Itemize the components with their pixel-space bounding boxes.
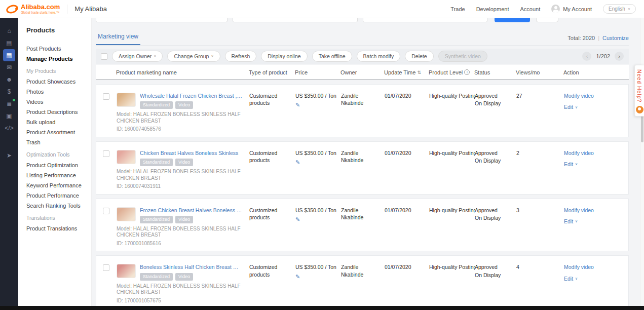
product-model: Model: HALAL FROZEN BONELESS SKINLESS HA… — [117, 283, 242, 296]
next-page-button[interactable]: › — [615, 52, 624, 61]
nav-trade[interactable]: Trade — [450, 6, 465, 12]
refresh-button[interactable]: Refresh — [225, 51, 257, 62]
status-line2: On Display — [475, 214, 512, 221]
customize-link[interactable]: Customize — [602, 35, 629, 41]
product-name-input[interactable] — [96, 18, 228, 22]
badge-video: Video — [175, 101, 193, 109]
modify-video-link[interactable]: Modify video — [564, 207, 624, 214]
apps-icon[interactable]: ▣ — [3, 110, 15, 122]
sidebar-item-listing-performance[interactable]: Listing Performance — [26, 173, 91, 178]
need-help-tab[interactable]: Need Help? — [634, 65, 644, 117]
sidebar-item-trash[interactable]: Trash — [26, 140, 91, 145]
my-account-menu[interactable]: My Account — [551, 5, 592, 13]
table-row: Wholesale Halal Frozen Chicken Breast , … — [96, 84, 629, 137]
sidebar-item-product-translations[interactable]: Product Translations — [26, 226, 91, 231]
action-cell: Modify video Edit∨ — [564, 149, 628, 168]
product-image[interactable] — [117, 264, 136, 278]
price-cell: US $350.00 / Ton ✎ — [295, 263, 341, 280]
sidebar-heading: Products — [26, 26, 91, 34]
product-level: High-quality Posting — [429, 207, 475, 214]
sidebar-item-product-performance[interactable]: Product Performance — [26, 193, 91, 199]
product-id: ID: 1600074058576 — [117, 126, 242, 133]
documents-icon[interactable]: ≣ — [3, 98, 15, 110]
row-checkbox[interactable] — [103, 150, 109, 157]
finance-icon[interactable]: $ — [3, 86, 15, 98]
owner: Zandile Nkabinde — [341, 263, 385, 278]
vertical-scrollbar[interactable] — [640, 18, 644, 306]
sidebar-item-manage-products[interactable]: Manage Products — [26, 56, 91, 62]
sidebar-item-photos[interactable]: Photos — [26, 89, 91, 95]
row-checkbox[interactable] — [103, 208, 109, 214]
edit-link[interactable]: Edit∨ — [564, 275, 624, 282]
change-group-button[interactable]: Change Group∨ — [167, 51, 220, 62]
product-model-input[interactable] — [233, 18, 358, 22]
take-offline-button[interactable]: Take offline — [312, 51, 352, 62]
product-name-link[interactable]: Boneless Skinless Half Chicken Breast Wi… — [140, 263, 242, 270]
product-name-link[interactable]: Frozen Chicken Breast Halves Boneless Sk… — [140, 207, 242, 214]
tab-marketing-view[interactable]: Marketing view — [96, 33, 140, 45]
select-all-checkbox[interactable] — [101, 53, 107, 60]
product-name-link[interactable]: Chicken Breast Halves Boneless Skinless — [140, 149, 242, 157]
display-online-button[interactable]: Display online — [261, 51, 307, 62]
edit-link[interactable]: Edit∨ — [564, 218, 624, 225]
table-body: Wholesale Halal Frozen Chicken Breast , … — [96, 84, 629, 306]
edit-link[interactable]: Edit∨ — [564, 161, 624, 168]
badge-standardized: Standardized — [140, 159, 173, 166]
prev-page-button[interactable]: ‹ — [582, 52, 591, 61]
contacts-icon[interactable]: ☻ — [3, 73, 15, 86]
update-time: 01/07/2020 — [385, 149, 429, 157]
col-update-time[interactable]: Update Time⇅ — [384, 69, 429, 75]
products-icon[interactable]: ▦ — [3, 49, 15, 61]
edit-price-icon[interactable]: ✎ — [295, 101, 300, 109]
status-line2: On Display — [475, 157, 512, 164]
group-select[interactable]: All Groups ∨ — [363, 18, 487, 22]
edit-price-icon[interactable]: ✎ — [295, 216, 300, 223]
info-icon[interactable]: i — [464, 69, 470, 75]
chevron-down-icon: ∨ — [575, 105, 578, 109]
view-tab-bar: Marketing view Total: 2020 Customize — [96, 30, 629, 46]
chevron-down-icon: ∨ — [154, 54, 156, 58]
language-selector[interactable]: English ∨ — [603, 4, 636, 14]
delete-button[interactable]: Delete — [405, 51, 433, 62]
col-owner: Owner — [340, 69, 384, 75]
sidebar-item-post-products[interactable]: Post Products — [26, 46, 91, 52]
modify-video-link[interactable]: Modify video — [564, 92, 624, 99]
home-icon[interactable]: ⌂ — [3, 25, 15, 37]
nav-account[interactable]: Account — [520, 6, 540, 12]
orders-icon[interactable]: ▤ — [3, 37, 15, 49]
batch-modify-button[interactable]: Batch modify — [357, 51, 401, 62]
edit-price-icon[interactable]: ✎ — [295, 159, 300, 166]
product-image[interactable] — [117, 150, 136, 164]
product-image[interactable] — [117, 207, 136, 221]
notification-dot — [13, 99, 15, 101]
modify-video-link[interactable]: Modify video — [564, 149, 624, 157]
sidebar-item-keyword-performance[interactable]: Keyword Performance — [26, 183, 91, 188]
send-icon[interactable]: ➤ — [3, 149, 15, 162]
sidebar-item-product-showcases[interactable]: Product Showcases — [26, 79, 91, 85]
alibaba-logo[interactable]: Alibaba.com Global trade starts here.™ — [0, 4, 60, 15]
product-model: Model: HALAL FROZEN BONELESS SKINLESS HA… — [117, 111, 242, 124]
product-name-link[interactable]: Wholesale Halal Frozen Chicken Breast , … — [140, 92, 242, 99]
sidebar-item-product-assortment[interactable]: Product Assortment — [26, 130, 91, 135]
action-cell: Modify video Edit∨ — [564, 207, 628, 225]
code-icon[interactable]: </> — [3, 122, 15, 134]
sidebar-item-search-ranking-tools[interactable]: Search Ranking Tools — [26, 203, 91, 209]
modify-video-link[interactable]: Modify video — [564, 263, 624, 270]
price-cell: US $350.00 / Ton ✎ — [295, 149, 341, 166]
row-checkbox[interactable] — [103, 264, 109, 271]
sidebar-item-product-descriptions[interactable]: Product Descriptions — [26, 109, 91, 115]
reset-button[interactable] — [536, 18, 558, 22]
search-button[interactable]: Search — [495, 18, 530, 22]
sidebar-item-videos[interactable]: Videos — [26, 99, 91, 105]
assign-owner-button[interactable]: Assign Owner∨ — [112, 51, 163, 62]
edit-link[interactable]: Edit∨ — [564, 103, 624, 110]
sidebar-item-product-optimization[interactable]: Product Optimization — [26, 163, 91, 168]
col-status: Status — [474, 69, 516, 75]
row-checkbox[interactable] — [103, 93, 109, 100]
nav-development[interactable]: Development — [476, 6, 509, 12]
product-image[interactable] — [117, 93, 136, 107]
messages-icon[interactable]: ✉ — [3, 61, 15, 73]
sidebar-item-bulk-upload[interactable]: Bulk upload — [26, 120, 91, 125]
edit-price-icon[interactable]: ✎ — [295, 273, 300, 281]
update-time: 01/07/2020 — [385, 263, 429, 270]
